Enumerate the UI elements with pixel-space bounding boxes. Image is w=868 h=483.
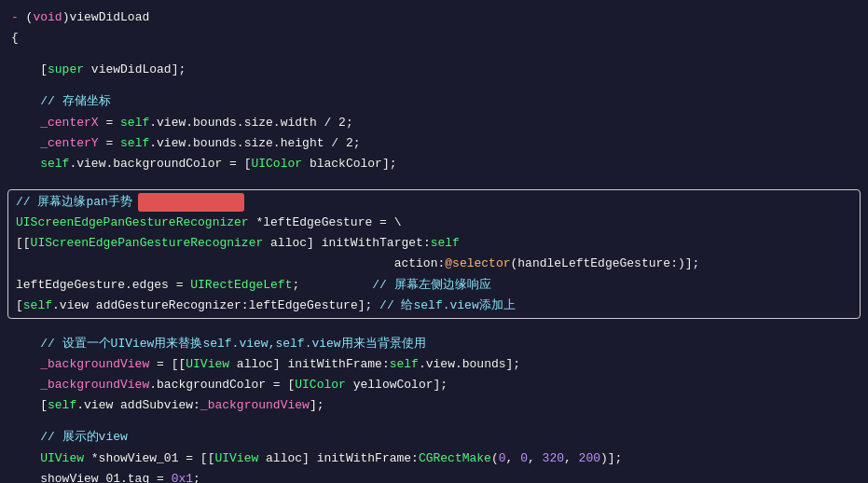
line-bgview-add: [self.view addSubview:_backgroundView]; [0,395,868,416]
highlighted-pan-gesture-block: // 屏幕边缘pan手势 UIScreenEdgePanGestureRecog… [7,189,861,319]
line-showview-tag: showView_01.tag = 0x1; [0,469,868,483]
line-centerX: _centerX = self.view.bounds.size.width /… [0,113,868,133]
blank-line-1 [0,48,868,60]
blank-line-3 [0,174,868,186]
red-annotation-label [138,193,244,212]
line-edges: leftEdgeGesture.edges = UIRectEdgeLeft; … [12,275,856,296]
line-open-brace: { [0,28,868,48]
line-addgesture: [self.view addGestureRecognizer:leftEdge… [12,296,856,316]
line-comment-bgview: // 设置一个UIView用来替换self.view,self.view用来当背… [0,334,868,354]
line-action: action:@selector(handleLeftEdgeGesture:)… [12,254,856,274]
line-centerY: _centerY = self.view.bounds.size.height … [0,133,868,154]
line-comment-pan: // 屏幕边缘pan手势 [12,192,856,213]
blank-line-2 [0,80,868,91]
line-comment-show: // 展示的view [0,427,868,448]
line-uiscreen-decl: UIScreenEdgePanGestureRecognizer *leftEd… [12,213,856,233]
code-editor: - (void)viewDidLoad { [super viewDidLoad… [0,0,868,483]
line-super-call: [super viewDidLoad]; [0,60,868,80]
line-bgcolor: self.view.backgroundColor = [UIColor bla… [0,154,868,174]
line-alloc-init: [[UIScreenEdgePanGestureRecognizer alloc… [12,233,856,254]
line-bgview-alloc: _backgroundView = [[UIView alloc] initWi… [0,354,868,375]
blank-line-5 [0,416,868,427]
blank-line-4 [0,323,868,334]
line-comment-store: // 存储坐标 [0,91,868,112]
line-bgview-color: _backgroundView.backgroundColor = [UICol… [0,375,868,395]
line-showview-decl: UIView *showView_01 = [[UIView alloc] in… [0,448,868,469]
minus-sign: - [11,8,26,27]
line-fn-header: - (void)viewDidLoad [0,7,868,28]
